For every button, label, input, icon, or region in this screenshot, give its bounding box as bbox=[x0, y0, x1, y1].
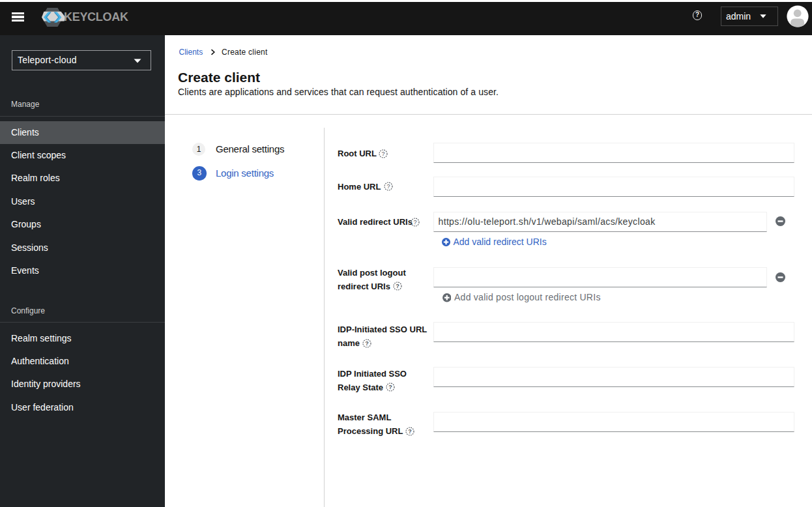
svg-text:?: ? bbox=[413, 219, 416, 225]
svg-text:?: ? bbox=[408, 428, 412, 435]
svg-text:?: ? bbox=[381, 151, 384, 157]
svg-text:?: ? bbox=[365, 340, 369, 347]
svg-text:?: ? bbox=[386, 183, 390, 190]
svg-text:?: ? bbox=[388, 384, 392, 391]
svg-text:?: ? bbox=[396, 283, 399, 290]
